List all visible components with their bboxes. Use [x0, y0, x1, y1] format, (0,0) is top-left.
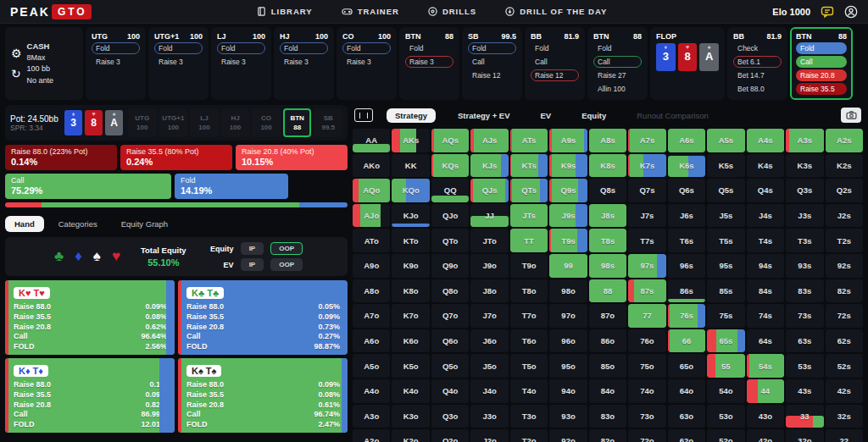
grid-cell-Q4s[interactable]: Q4s	[747, 179, 784, 202]
grid-cell-K2s[interactable]: K2s	[826, 154, 863, 178]
grid-cell-92s[interactable]: 92s	[826, 254, 863, 278]
tab-hand[interactable]: Hand	[5, 216, 44, 232]
action-box-raise-20-8-40-pot-[interactable]: Raise 20.8 (40% Pot)10.15%	[236, 145, 348, 170]
grid-cell-T9o[interactable]: T9o	[510, 254, 548, 278]
grid-cell-A2o[interactable]: A2o	[353, 429, 390, 442]
grid-cell-74s[interactable]: 74s	[747, 304, 784, 328]
grid-cell-JTs[interactable]: JTs	[510, 204, 548, 228]
spade-suit-icon[interactable]: ♠	[93, 248, 101, 265]
grid-cell-A5s[interactable]: A5s	[707, 129, 744, 152]
nav-library[interactable]: LIBRARY	[257, 7, 313, 16]
grid-cell-T2o[interactable]: T2o	[510, 429, 548, 442]
grid-cell-Q2o[interactable]: Q2o	[431, 429, 469, 442]
grid-cell-QQ[interactable]: QQ	[431, 179, 469, 202]
grid-cell-63s[interactable]: 63s	[786, 329, 823, 353]
grid-cell-Q6s[interactable]: Q6s	[668, 179, 705, 202]
nav-drills[interactable]: DRILLS	[428, 7, 476, 16]
grid-cell-A9s[interactable]: A9s	[549, 129, 587, 152]
grid-cell-T7s[interactable]: T7s	[628, 229, 665, 252]
grid-cell-A9o[interactable]: A9o	[353, 254, 390, 278]
grid-cell-A8o[interactable]: A8o	[353, 279, 390, 303]
grid-cell-A6o[interactable]: A6o	[353, 329, 390, 353]
grid-cell-85o[interactable]: 85o	[589, 354, 626, 378]
grid-cell-J2o[interactable]: J2o	[470, 429, 508, 442]
grid-cell-J9o[interactable]: J9o	[470, 254, 508, 278]
grid-cell-T7o[interactable]: T7o	[510, 304, 548, 328]
history-action-allin-100[interactable]: Allin 100	[593, 83, 642, 95]
grid-cell-74o[interactable]: 74o	[628, 379, 665, 403]
grid-cell-J5s[interactable]: J5s	[707, 204, 744, 228]
grid-cell-87o[interactable]: 87o	[589, 304, 626, 328]
action-box-raise-35-5-80-pot-[interactable]: Raise 35.5 (80% Pot)0.24%	[120, 145, 232, 170]
grid-cell-T3s[interactable]: T3s	[786, 229, 823, 252]
grid-cell-76s[interactable]: 76s	[668, 304, 705, 328]
history-action-check[interactable]: Check	[733, 42, 782, 54]
grid-cell-T2s[interactable]: T2s	[826, 229, 863, 252]
grid-cell-KK[interactable]: KK	[392, 154, 429, 178]
grid-cell-K5s[interactable]: K5s	[707, 154, 744, 178]
grid-cell-96s[interactable]: 96s	[668, 254, 705, 278]
grid-cell-K2o[interactable]: K2o	[392, 429, 429, 442]
grid-cell-K9o[interactable]: K9o	[392, 254, 429, 278]
history-action-fold[interactable]: Fold	[468, 42, 516, 54]
grid-cell-J9s[interactable]: J9s	[549, 204, 587, 228]
history-action-raise-12[interactable]: Raise 12	[468, 69, 516, 81]
grid-cell-64o[interactable]: 64o	[668, 379, 705, 403]
grid-cell-K3o[interactable]: K3o	[392, 405, 429, 428]
screenshot-camera-icon[interactable]	[841, 108, 861, 123]
grid-cell-Q2s[interactable]: Q2s	[826, 179, 863, 202]
grid-cell-Q3o[interactable]: Q3o	[431, 405, 469, 428]
grid-cell-98o[interactable]: 98o	[549, 279, 587, 303]
grid-cell-K9s[interactable]: K9s	[549, 154, 587, 178]
grid-cell-J6s[interactable]: J6s	[668, 204, 705, 228]
history-action-fold[interactable]: Fold	[92, 42, 140, 54]
grid-cell-52s[interactable]: 52s	[826, 354, 863, 378]
history-action-fold[interactable]: Fold	[342, 42, 391, 54]
grid-cell-A3o[interactable]: A3o	[353, 405, 390, 428]
grid-cell-Q7o[interactable]: Q7o	[431, 304, 469, 328]
grid-cell-QTs[interactable]: QTs	[510, 179, 548, 202]
history-action-fold[interactable]: Fold	[531, 42, 579, 54]
seat-tab-btn[interactable]: BTN88	[283, 108, 312, 137]
grid-cell-A3s[interactable]: A3s	[786, 129, 823, 152]
history-action-call[interactable]: Call	[531, 56, 579, 68]
grid-cell-43s[interactable]: 43s	[786, 379, 823, 403]
grid-cell-75o[interactable]: 75o	[628, 354, 665, 378]
grid-cell-TT[interactable]: TT	[510, 229, 548, 252]
grid-cell-Q6o[interactable]: Q6o	[431, 329, 469, 353]
grid-cell-54s[interactable]: 54s	[747, 354, 784, 378]
seat-tab-lj[interactable]: LJ100	[190, 108, 219, 137]
grid-cell-97o[interactable]: 97o	[549, 304, 587, 328]
seat-tab-utg+1[interactable]: UTG+1100	[159, 108, 188, 137]
combo-card-KhTh[interactable]: K♥ T♥Raise 88.00.09%Raise 35.50.08%Raise…	[5, 280, 175, 355]
grid-cell-AJo[interactable]: AJo	[353, 204, 390, 228]
history-action-call[interactable]: Call	[468, 56, 516, 68]
grid-cell-Q9o[interactable]: Q9o	[431, 254, 469, 278]
grid-cell-A5o[interactable]: A5o	[353, 354, 390, 378]
grid-cell-55[interactable]: 55	[707, 354, 744, 378]
grid-cell-J8o[interactable]: J8o	[470, 279, 508, 303]
grid-cell-88[interactable]: 88	[589, 279, 626, 303]
grid-cell-84s[interactable]: 84s	[747, 279, 784, 303]
grid-cell-J5o[interactable]: J5o	[470, 354, 508, 378]
grid-cell-K7s[interactable]: K7s	[628, 154, 665, 178]
grid-cell-K8s[interactable]: K8s	[589, 154, 626, 178]
grid-cell-95o[interactable]: 95o	[549, 354, 587, 378]
grid-cell-Q7s[interactable]: Q7s	[628, 179, 665, 202]
grid-cell-J2s[interactable]: J2s	[826, 204, 863, 228]
history-action-raise-3[interactable]: Raise 3	[217, 56, 265, 68]
grid-cell-85s[interactable]: 85s	[707, 279, 744, 303]
grid-cell-66[interactable]: 66	[668, 329, 705, 353]
grid-cell-AJs[interactable]: AJs	[470, 129, 508, 152]
grid-cell-J3s[interactable]: J3s	[786, 204, 823, 228]
grid-cell-JJ[interactable]: JJ	[470, 204, 508, 228]
equity-oop-button[interactable]: OOP	[270, 242, 303, 255]
grid-cell-82o[interactable]: 82o	[589, 429, 626, 442]
grid-cell-32s[interactable]: 32s	[826, 405, 863, 428]
grid-cell-72s[interactable]: 72s	[826, 304, 863, 328]
history-action-call[interactable]: Call	[593, 56, 642, 68]
grid-cell-77[interactable]: 77	[628, 304, 665, 328]
equity-ip-button[interactable]: IP	[241, 242, 264, 255]
grid-cell-J3o[interactable]: J3o	[470, 405, 508, 428]
grid-cell-73s[interactable]: 73s	[786, 304, 823, 328]
